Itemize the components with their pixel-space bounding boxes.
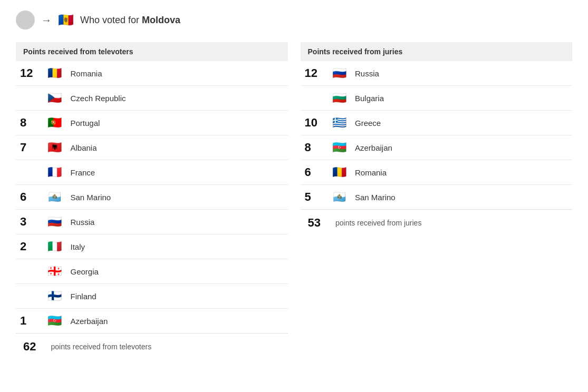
points-cell: 5 [301, 185, 328, 210]
page-header: → 🇲🇩 Who voted for Moldova [16, 11, 572, 30]
total-row: 53points received from juries [301, 210, 573, 237]
country-name: Italy [66, 234, 287, 259]
points-cell [16, 160, 43, 185]
country-name: Azerbaijan [66, 309, 287, 334]
points-cell: 3 [16, 210, 43, 234]
points-cell [16, 284, 43, 309]
points-cell: 1 [16, 309, 43, 334]
total-points: 53 [301, 210, 328, 237]
table-row: 5🇸🇲San Marino [301, 185, 573, 210]
points-cell: 8 [301, 135, 328, 160]
points-cell: 10 [301, 111, 328, 135]
country-name: Czech Republic [66, 86, 287, 111]
points-cell: 7 [16, 135, 43, 160]
total-points: 62 [16, 334, 43, 360]
table-row: 🇬🇪Georgia [16, 259, 288, 284]
flag-cell: 🇸🇲 [43, 185, 66, 210]
country-name: France [66, 160, 287, 185]
table-row: 6🇷🇴Romania [301, 160, 573, 185]
points-cell: 12 [16, 61, 43, 86]
header-text: Who voted for Moldova [80, 15, 180, 26]
juries-header: Points received from juries [301, 42, 573, 61]
flag-cell: 🇸🇲 [328, 185, 351, 210]
points-cell: 12 [301, 61, 328, 86]
points-cell [16, 259, 43, 284]
points-cell: 2 [16, 234, 43, 259]
country-name: Bulgaria [351, 86, 572, 111]
points-cell [301, 86, 328, 111]
table-row: 8🇦🇿Azerbaijan [301, 135, 573, 160]
main-content: Points received from televoters 12🇷🇴Roma… [16, 42, 572, 360]
flag-cell: 🇮🇹 [43, 234, 66, 259]
source-circle [16, 11, 35, 30]
country-name: Romania [351, 160, 572, 185]
table-row: 🇧🇬Bulgaria [301, 86, 573, 111]
country-name: Greece [351, 111, 572, 135]
flag-cell: 🇨🇿 [43, 86, 66, 111]
televoters-header: Points received from televoters [16, 42, 288, 61]
table-row: 🇨🇿Czech Republic [16, 86, 288, 111]
country-name: Russia [351, 61, 572, 86]
table-row: 1🇦🇿Azerbaijan [16, 309, 288, 334]
total-row: 62points received from televoters [16, 334, 288, 360]
table-row: 🇫🇮Finland [16, 284, 288, 309]
table-row: 3🇷🇺Russia [16, 210, 288, 234]
points-cell [16, 86, 43, 111]
table-row: 2🇮🇹Italy [16, 234, 288, 259]
header-country: Moldova [142, 15, 180, 25]
country-name: Azerbaijan [351, 135, 572, 160]
flag-cell: 🇦🇿 [328, 135, 351, 160]
table-row: 12🇷🇺Russia [301, 61, 573, 86]
flag-cell: 🇫🇮 [43, 284, 66, 309]
country-name: Portugal [66, 111, 287, 135]
table-row: 7🇦🇱Albania [16, 135, 288, 160]
table-row: 6🇸🇲San Marino [16, 185, 288, 210]
country-name: Romania [66, 61, 287, 86]
flag-cell: 🇬🇷 [328, 111, 351, 135]
table-row: 10🇬🇷Greece [301, 111, 573, 135]
juries-column: Points received from juries 12🇷🇺Russia🇧🇬… [301, 42, 573, 360]
flag-cell: 🇦🇿 [43, 309, 66, 334]
points-cell: 6 [301, 160, 328, 185]
flag-cell: 🇷🇴 [328, 160, 351, 185]
flag-cell: 🇵🇹 [43, 111, 66, 135]
juries-table: 12🇷🇺Russia🇧🇬Bulgaria10🇬🇷Greece8🇦🇿Azerbai… [301, 61, 573, 236]
flag-cell: 🇧🇬 [328, 86, 351, 111]
flag-cell: 🇬🇪 [43, 259, 66, 284]
flag-cell: 🇦🇱 [43, 135, 66, 160]
country-name: San Marino [351, 185, 572, 210]
country-name: Russia [66, 210, 287, 234]
televoters-table: 12🇷🇴Romania🇨🇿Czech Republic8🇵🇹Portugal7🇦… [16, 61, 288, 360]
country-name: San Marino [66, 185, 287, 210]
flag-cell: 🇷🇴 [43, 61, 66, 86]
flag-cell: 🇷🇺 [328, 61, 351, 86]
moldova-flag-icon: 🇲🇩 [58, 14, 74, 26]
flag-cell: 🇷🇺 [43, 210, 66, 234]
country-name: Finland [66, 284, 287, 309]
televoters-column: Points received from televoters 12🇷🇴Roma… [16, 42, 288, 360]
points-cell: 8 [16, 111, 43, 135]
total-label: points received from juries [328, 210, 572, 237]
points-cell: 6 [16, 185, 43, 210]
flag-cell: 🇫🇷 [43, 160, 66, 185]
table-row: 12🇷🇴Romania [16, 61, 288, 86]
country-name: Georgia [66, 259, 287, 284]
country-name: Albania [66, 135, 287, 160]
total-label: points received from televoters [43, 334, 287, 360]
arrow-icon: → [41, 14, 52, 26]
table-row: 8🇵🇹Portugal [16, 111, 288, 135]
table-row: 🇫🇷France [16, 160, 288, 185]
